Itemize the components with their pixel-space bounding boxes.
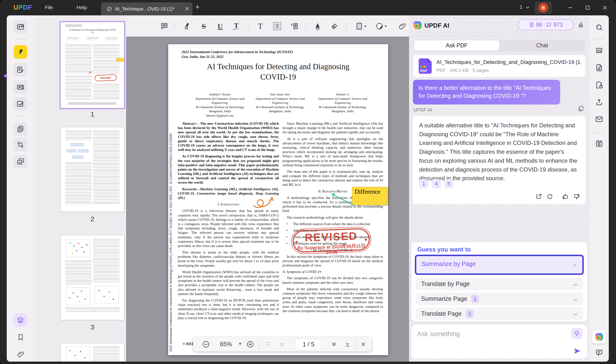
next-page-button[interactable] (330, 340, 338, 348)
thumbnail-page-3[interactable] (61, 235, 124, 320)
zoom-out-button[interactable] (202, 340, 210, 348)
swirl-annotation[interactable] (250, 189, 284, 211)
convert-button[interactable] (595, 64, 603, 72)
attachments-button[interactable] (16, 350, 25, 358)
thumbnail-page-2[interactable] (61, 127, 124, 212)
thumbs-up-icon[interactable] (562, 193, 569, 200)
thumbnail-panel-button-active[interactable] (14, 313, 27, 327)
tab-close-icon[interactable] (185, 6, 189, 11)
zoom-dropdown[interactable]: ▼ (238, 341, 242, 346)
active-tool-dot (4, 74, 7, 77)
regenerate-icon[interactable] (546, 193, 553, 200)
page-indicator[interactable]: 1 / 5 (295, 339, 322, 350)
file-card[interactable]: PDF AI_Techniques_for_Detecting_and_Diag… (413, 55, 585, 77)
page-count-dropdown[interactable]: 1 (520, 4, 530, 10)
pencil-tool[interactable] (312, 21, 323, 31)
thumb3-scatter-plot (66, 239, 90, 257)
thumbs-down-icon[interactable] (573, 193, 580, 200)
last-page-button[interactable] (343, 340, 351, 348)
callout-tool[interactable] (289, 21, 299, 31)
protect-button[interactable] (595, 81, 603, 89)
sec3-p1: In this section the symptoms of COVID-19… (282, 254, 383, 268)
search-button[interactable] (595, 23, 603, 32)
menu-help[interactable]: Help (77, 5, 87, 10)
edit-pdf-button[interactable] (14, 63, 27, 76)
email-button[interactable] (595, 115, 603, 123)
search-icon (595, 23, 603, 31)
crop-button[interactable] (14, 138, 27, 151)
option-translate-by-page[interactable]: Translate by Page → (416, 278, 583, 290)
underline-tool[interactable]: U (215, 21, 225, 31)
account-button[interactable]: B (535, 1, 552, 14)
page-chip: 1 (466, 310, 474, 318)
rectangle-icon (356, 22, 363, 30)
page-ref-5[interactable]: 5 (444, 179, 453, 188)
export-answer-icon[interactable] (535, 193, 542, 200)
document-viewport[interactable]: 2022 International Conference for Advanc… (126, 37, 409, 362)
ocr-button[interactable]: OCR (595, 46, 603, 55)
strikethrough-tool[interactable]: S (198, 21, 209, 31)
intro-p4: For diagnosing the COVID-19 an RT-PCR (r… (178, 298, 279, 320)
comment-tool-button-active[interactable] (14, 45, 27, 59)
previous-page-button[interactable] (278, 340, 286, 348)
option-summarize-by-page[interactable]: Summarize by Page → (415, 255, 584, 275)
highlight-tool[interactable] (182, 21, 192, 31)
page-ref-1[interactable]: 1 (419, 179, 428, 188)
fill-sign-button[interactable] (14, 97, 27, 111)
ask-input[interactable] (417, 329, 552, 339)
eraser-tool[interactable] (329, 21, 340, 31)
share-button[interactable] (595, 98, 603, 106)
squiggly-tool[interactable]: T (231, 21, 242, 31)
paper-title: AI Techniques for Detecting and Diagnosi… (197, 62, 359, 82)
text-tool[interactable]: T (255, 21, 266, 31)
prompt-ideas-button[interactable] (571, 328, 582, 339)
rail-divider (16, 116, 25, 116)
ai-credits-badge[interactable]: 98 973 (518, 19, 574, 30)
shape-ellipse-tool[interactable]: ▾ (373, 21, 389, 31)
minimize-button[interactable] (566, 3, 574, 12)
tab-ask-pdf[interactable]: Ask PDF (414, 40, 499, 51)
reader-mode-button[interactable] (14, 20, 27, 34)
sec3-subheading: A. Symptoms of COVID-19 (282, 270, 383, 274)
close-view-controls-button[interactable] (359, 340, 367, 348)
send-icon[interactable] (573, 347, 581, 355)
maximize-button[interactable] (583, 3, 592, 12)
save-button[interactable] (595, 139, 603, 148)
copy-answer-icon[interactable] (577, 105, 584, 112)
chat-credit-icon (546, 22, 551, 27)
ai-assistant-button[interactable] (592, 330, 606, 344)
chevron-down-icon: ▾ (385, 24, 387, 28)
page-ref-4[interactable]: 4 (432, 179, 441, 188)
option-summarize-page[interactable]: Summarize Page 1 → (416, 293, 583, 305)
sticky-note-tool[interactable] (159, 21, 170, 31)
lightbulb-icon (574, 330, 580, 337)
right-p3: The main aim of this paper is to systema… (282, 169, 383, 187)
first-page-button[interactable] (264, 340, 272, 348)
abstract-p2: As COVID-19 diagnosing is the lengthy pr… (178, 154, 279, 184)
feedback-button[interactable] (595, 348, 603, 357)
tab-edit-icon (106, 6, 112, 12)
option-translate-page[interactable]: Translate Page 1 → (416, 308, 583, 320)
menu-file[interactable]: File (45, 5, 53, 10)
document-tab[interactable]: AI_Technique...OVID-19 (1)* (101, 2, 193, 15)
shape-rect-tool[interactable]: ▾ (353, 21, 369, 31)
text-box-tool[interactable]: T (272, 21, 282, 31)
thumbnail-page-4[interactable] (61, 344, 124, 362)
watermark-button[interactable] (14, 155, 27, 168)
highlighter-icon (183, 22, 191, 30)
zoom-in-button[interactable] (246, 340, 254, 348)
thumbnail-page-1[interactable]: AI Techniques for Detecting and Diagnosi… (61, 22, 124, 108)
page-tools-button[interactable] (14, 122, 27, 136)
attach-file-tool[interactable] (397, 21, 408, 31)
bookmarks-button[interactable] (16, 333, 25, 342)
tab-chat[interactable]: Chat (500, 40, 584, 51)
ieee-side-text: 2022 International Conference for Advanc… (169, 112, 172, 352)
new-tab-button[interactable]: + (196, 3, 200, 11)
edit-note-icon (17, 66, 24, 74)
arrow-right-icon: → (572, 295, 578, 302)
revised-stamp-annotation[interactable]: REVISED By Superace at 2024年06月11日 14:06 (291, 226, 372, 254)
paperclip-icon (17, 351, 24, 358)
close-window-button[interactable] (601, 3, 609, 12)
organize-pages-button[interactable] (14, 80, 27, 94)
clear-chat-icon[interactable] (577, 21, 585, 28)
